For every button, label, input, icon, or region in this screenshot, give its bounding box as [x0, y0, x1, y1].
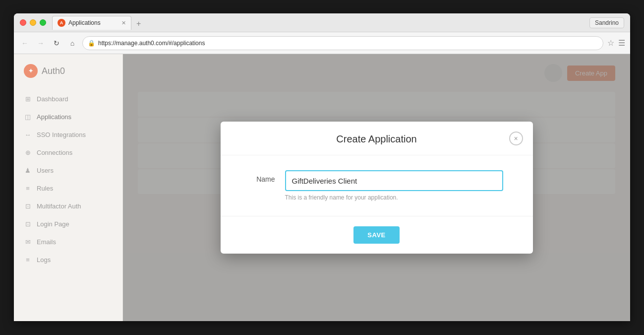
modal-body: Name This is a friendly name for your ap… [221, 155, 533, 216]
tab-label: Applications [68, 19, 101, 26]
close-button[interactable] [20, 19, 26, 26]
emails-icon: ✉ [24, 238, 32, 246]
modal-overlay: Create Application × Name This is a frie… [123, 54, 630, 321]
name-hint: This is a friendly name for your applica… [285, 194, 503, 201]
application-name-input[interactable] [285, 170, 503, 191]
sidebar-item-users[interactable]: ♟ Users [14, 161, 122, 179]
rules-icon: ≡ [24, 184, 32, 192]
sidebar-item-label: Multifactor Auth [37, 202, 81, 210]
home-button[interactable]: ⌂ [66, 37, 78, 49]
sidebar-item-label: Applications [37, 113, 71, 121]
sidebar: ✦ Auth0 ⊞ Dashboard ◫ Applications ↔ SSO… [14, 54, 123, 321]
menu-icon[interactable]: ☰ [618, 38, 625, 48]
browser-addressbar: ← → ↻ ⌂ 🔒 https://manage.auth0.com/#/app… [14, 32, 630, 54]
tab-favicon: A [58, 19, 65, 27]
sidebar-item-label: Emails [37, 238, 56, 246]
browser-window: A Applications ✕ + Sandrino ← → ↻ ⌂ 🔒 ht… [14, 13, 630, 321]
sidebar-item-applications[interactable]: ◫ Applications [14, 108, 122, 126]
address-bar[interactable]: 🔒 https://manage.auth0.com/#/application… [82, 36, 603, 50]
logo-text: Auth0 [42, 66, 65, 76]
sidebar-item-label: Rules [37, 185, 53, 192]
sidebar-item-label: Logs [37, 256, 51, 264]
sidebar-item-login-page[interactable]: ⊡ Login Page [14, 215, 122, 233]
sidebar-item-dashboard[interactable]: ⊞ Dashboard [14, 90, 122, 108]
dashboard-icon: ⊞ [24, 95, 32, 103]
minimize-button[interactable] [30, 19, 36, 26]
sidebar-item-emails[interactable]: ✉ Emails [14, 233, 122, 251]
sidebar-item-connections[interactable]: ⊕ Connections [14, 143, 122, 161]
connections-icon: ⊕ [24, 148, 32, 156]
sidebar-logo: ✦ Auth0 [14, 64, 122, 90]
window-controls [20, 19, 46, 26]
maximize-button[interactable] [40, 19, 46, 26]
browser-content: ✦ Auth0 ⊞ Dashboard ◫ Applications ↔ SSO… [14, 54, 630, 321]
sidebar-item-label: Users [37, 167, 54, 174]
modal-close-button[interactable]: × [509, 132, 523, 145]
users-icon: ♟ [24, 166, 32, 174]
forward-button[interactable]: → [35, 37, 47, 49]
back-button[interactable]: ← [19, 37, 31, 49]
bookmark-icon[interactable]: ☆ [607, 38, 614, 48]
create-application-modal: Create Application × Name This is a frie… [221, 122, 533, 254]
modal-header: Create Application × [221, 122, 533, 155]
name-form-group: Name This is a friendly name for your ap… [250, 170, 503, 201]
reload-button[interactable]: ↻ [51, 37, 62, 49]
sidebar-item-label: Login Page [37, 220, 69, 228]
save-button[interactable]: SAVE [353, 226, 399, 244]
sidebar-item-label: SSO Integrations [37, 131, 86, 138]
logs-icon: ≡ [24, 256, 32, 264]
sidebar-item-label: Dashboard [37, 95, 68, 103]
login-page-icon: ⊡ [24, 220, 32, 228]
name-label: Name [250, 170, 275, 183]
main-panel: Create App Create Application × [123, 54, 630, 321]
sidebar-item-label: Connections [37, 149, 72, 156]
modal-title: Create Application [336, 134, 416, 145]
tab-bar: A Applications ✕ + [52, 16, 589, 30]
sidebar-item-rules[interactable]: ≡ Rules [14, 179, 122, 197]
logo-icon: ✦ [24, 64, 38, 78]
url-text: https://manage.auth0.com/#/applications [98, 40, 205, 47]
tab-close-icon[interactable]: ✕ [121, 20, 126, 26]
browser-titlebar: A Applications ✕ + Sandrino [14, 13, 630, 32]
mfa-icon: ⊡ [24, 202, 32, 210]
sso-icon: ↔ [24, 131, 32, 138]
new-tab-button[interactable]: + [132, 18, 145, 30]
applications-icon: ◫ [24, 113, 32, 121]
name-field-wrapper: This is a friendly name for your applica… [285, 170, 503, 201]
sidebar-item-sso[interactable]: ↔ SSO Integrations [14, 126, 122, 143]
sidebar-item-mfa[interactable]: ⊡ Multifactor Auth [14, 197, 122, 215]
ssl-icon: 🔒 [88, 40, 95, 47]
close-icon: × [514, 134, 518, 142]
address-actions: ☆ ☰ [607, 38, 625, 48]
user-menu-button[interactable]: Sandrino [589, 17, 624, 28]
active-tab[interactable]: A Applications ✕ [52, 16, 131, 30]
sidebar-item-logs[interactable]: ≡ Logs [14, 251, 122, 268]
modal-footer: SAVE [221, 216, 533, 254]
